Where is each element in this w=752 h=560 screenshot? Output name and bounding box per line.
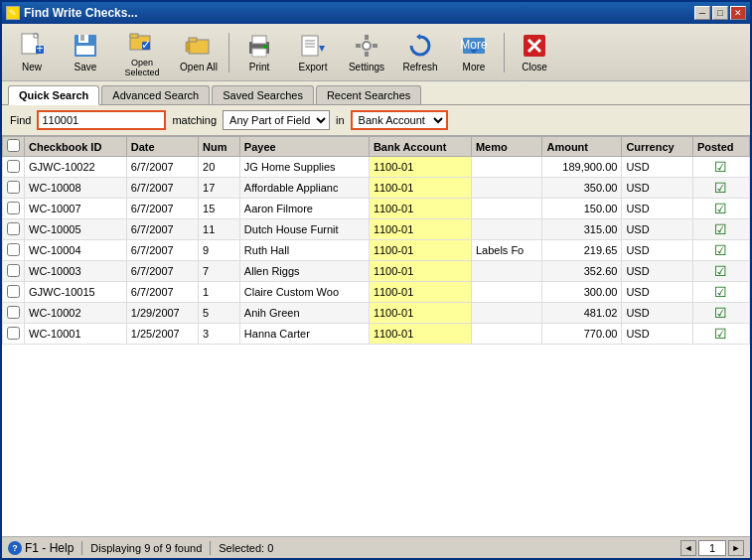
content-area: Checkbook ID Date Num Payee Bank Account… — [2, 136, 750, 536]
search-bar: Find matching Any Part of Field Exact Ma… — [2, 105, 750, 136]
tab-recent-searches[interactable]: Recent Searches — [316, 85, 421, 104]
posted-checkmark: ☑ — [714, 201, 727, 216]
more-icon: More — [460, 32, 488, 60]
table-header-row: Checkbook ID Date Num Payee Bank Account… — [3, 137, 750, 157]
export-label: Export — [299, 62, 328, 72]
row-checkbox[interactable] — [7, 327, 20, 340]
row-checkbook-id: WC-10007 — [25, 199, 127, 219]
row-payee: Dutch House Furnit — [239, 219, 369, 240]
row-checkbox[interactable] — [7, 160, 20, 173]
matching-select[interactable]: Any Part of Field Exact Match Starts Wit… — [223, 110, 330, 130]
table-row[interactable]: WC-10005 6/7/2007 11 Dutch House Furnit … — [3, 219, 750, 240]
row-payee: Anih Green — [239, 303, 369, 324]
table-row[interactable]: GJWC-10022 6/7/2007 20 JG Home Supplies … — [3, 157, 750, 178]
close-window-button[interactable]: ✕ — [730, 6, 746, 20]
table-row[interactable]: WC-10002 1/29/2007 5 Anih Green 1100-01 … — [3, 303, 750, 324]
window-title: Find Write Checks... — [24, 6, 137, 20]
nav-prev-button[interactable]: ◄ — [680, 540, 696, 556]
row-checkbox[interactable] — [7, 222, 20, 235]
row-checkbox[interactable] — [7, 285, 20, 298]
row-currency: USD — [622, 199, 693, 219]
row-memo — [471, 261, 542, 282]
row-checkbox[interactable] — [7, 306, 20, 319]
table-row[interactable]: WC-10008 6/7/2007 17 Affordable Applianc… — [3, 178, 750, 199]
close-button[interactable]: Close — [509, 28, 560, 77]
export-button[interactable]: Export — [287, 28, 339, 77]
svg-text:+: + — [36, 42, 43, 56]
row-memo — [471, 303, 542, 324]
toolbar-sep-2 — [504, 33, 505, 72]
row-posted: ☑ — [692, 282, 749, 303]
col-header-payee: Payee — [239, 137, 369, 157]
tab-quick-search[interactable]: Quick Search — [8, 85, 99, 105]
table-row[interactable]: WC-10004 6/7/2007 9 Ruth Hall 1100-01 La… — [3, 240, 750, 261]
help-hint: ? F1 - Help — [8, 541, 74, 555]
refresh-label: Refresh — [402, 62, 437, 72]
find-input[interactable] — [37, 110, 166, 130]
row-posted: ☑ — [692, 324, 749, 345]
help-text: F1 - Help — [25, 541, 74, 555]
posted-checkmark: ☑ — [714, 305, 727, 321]
row-memo — [471, 199, 542, 219]
table-row[interactable]: GJWC-10015 6/7/2007 1 Claire Custom Woo … — [3, 282, 750, 303]
in-select[interactable]: Bank Account Payee Memo Amount Checkbook… — [351, 110, 448, 130]
posted-checkmark: ☑ — [714, 242, 727, 258]
svg-marker-31 — [416, 34, 420, 40]
col-header-currency: Currency — [622, 137, 693, 157]
close-icon — [521, 32, 548, 60]
row-checkbook-id: WC-10001 — [25, 324, 127, 345]
col-header-checkbox — [3, 137, 25, 157]
row-currency: USD — [622, 219, 693, 240]
svg-text:More: More — [460, 38, 488, 52]
row-checkbox[interactable] — [7, 202, 20, 214]
table-row[interactable]: WC-10003 6/7/2007 7 Allen Riggs 1100-01 … — [3, 261, 750, 282]
row-posted: ☑ — [692, 240, 749, 261]
row-num: 11 — [199, 219, 240, 240]
svg-marker-24 — [319, 46, 325, 52]
row-date: 6/7/2007 — [126, 157, 198, 178]
row-checkbox[interactable] — [7, 243, 20, 256]
row-amount: 352.60 — [542, 261, 622, 282]
settings-label: Settings — [349, 62, 384, 72]
svg-rect-17 — [252, 36, 266, 44]
svg-point-19 — [263, 45, 267, 49]
row-bank-account: 1100-01 — [369, 240, 471, 261]
table-row[interactable]: WC-10001 1/25/2007 3 Hanna Carter 1100-0… — [3, 324, 750, 345]
row-checkbook-id: WC-10002 — [25, 303, 127, 324]
row-bank-account: 1100-01 — [369, 282, 471, 303]
nav-next-button[interactable]: ► — [728, 540, 744, 556]
table-row[interactable]: WC-10007 6/7/2007 15 Aaron Filmore 1100-… — [3, 199, 750, 219]
tab-advanced-search[interactable]: Advanced Search — [101, 85, 210, 104]
row-checkbox-cell — [3, 303, 25, 324]
open-selected-button[interactable]: ✓ Open Selected — [113, 28, 171, 77]
row-payee: Affordable Applianc — [239, 178, 369, 199]
row-checkbook-id: WC-10008 — [25, 178, 127, 199]
row-checkbox[interactable] — [7, 181, 20, 194]
row-amount: 350.00 — [542, 178, 622, 199]
settings-button[interactable]: Settings — [341, 28, 392, 77]
row-posted: ☑ — [692, 178, 749, 199]
tab-saved-searches[interactable]: Saved Searches — [212, 85, 314, 104]
row-checkbook-id: WC-10004 — [25, 240, 127, 261]
save-label: Save — [75, 62, 97, 72]
refresh-button[interactable]: Refresh — [394, 28, 446, 77]
row-checkbook-id: WC-10005 — [25, 219, 127, 240]
selected-text: Selected: 0 — [219, 542, 273, 554]
row-payee: Allen Riggs — [239, 261, 369, 282]
col-header-memo: Memo — [471, 137, 542, 157]
select-all-checkbox[interactable] — [7, 139, 20, 152]
maximize-button[interactable]: □ — [712, 6, 728, 20]
more-button[interactable]: More More — [448, 28, 500, 77]
new-button[interactable]: + New — [6, 28, 58, 77]
print-button[interactable]: Print — [233, 28, 285, 77]
open-selected-icon: ✓ — [128, 28, 156, 56]
row-amount: 770.00 — [542, 324, 622, 345]
row-currency: USD — [622, 240, 693, 261]
row-currency: USD — [622, 261, 693, 282]
posted-checkmark: ☑ — [714, 180, 727, 196]
row-checkbox[interactable] — [7, 264, 20, 277]
minimize-button[interactable]: ─ — [694, 6, 710, 20]
open-all-button[interactable]: Open All — [173, 28, 225, 77]
row-currency: USD — [622, 282, 693, 303]
save-button[interactable]: Save — [60, 28, 111, 77]
